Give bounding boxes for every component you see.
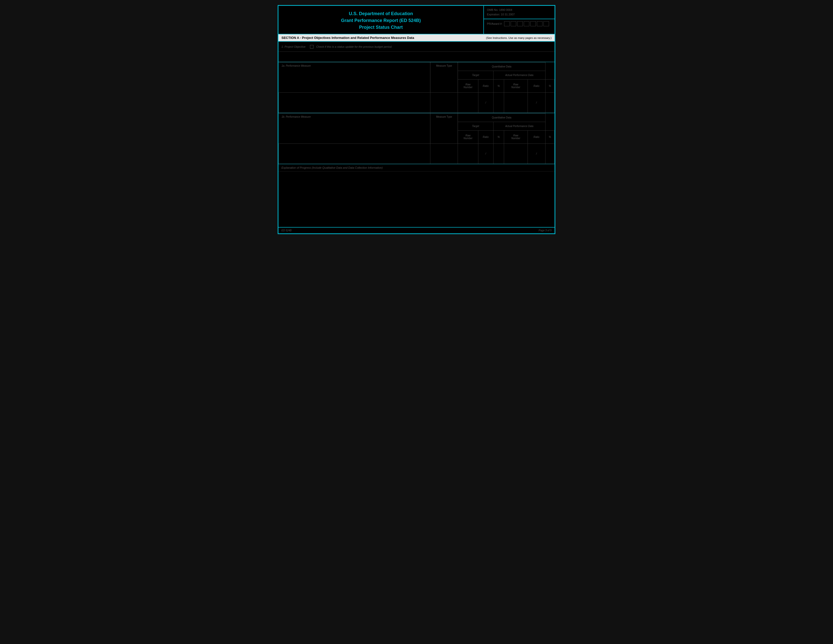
perf-1a-slash-target: /	[478, 93, 493, 113]
performance-1b-table: 1b. Performance Measure Measure Type Qua…	[278, 113, 555, 164]
pr-award-box-2[interactable]	[511, 21, 516, 26]
pr-award-box-6[interactable]	[537, 21, 542, 26]
perf-1a-raw-number-target: RawNumber	[458, 79, 478, 92]
perf-1a-ratio-target: Ratio	[478, 79, 493, 92]
pr-award-box-4[interactable]	[524, 21, 529, 26]
perf-1b-data-row: / /	[279, 144, 555, 164]
pr-award-box-5[interactable]	[530, 21, 536, 26]
pr-award-box-1[interactable]	[504, 21, 510, 26]
perf-1b-raw-number-actual-val[interactable]	[504, 144, 527, 164]
perf-1b-percent-actual-val[interactable]	[545, 144, 554, 164]
explanation-section: Explanation of Progress (Include Qualita…	[278, 164, 555, 227]
perf-1b-actual-header: Actual Performance Data	[493, 122, 545, 130]
performance-1b-section: 1b. Performance Measure Measure Type Qua…	[278, 113, 555, 164]
perf-1a-ratio-actual: Ratio	[527, 79, 545, 92]
section-a-header: SECTION A - Project Objectives Informati…	[278, 34, 555, 42]
omb-info: OMB No. 1890 0004 Expiration: 10 31 2007	[484, 6, 555, 19]
perf-1a-actual-header: Actual Performance Data	[493, 71, 545, 79]
section-a-note: (See Instructions. Use as many pages as …	[486, 36, 552, 39]
perf-1a-percent-actual-val[interactable]	[545, 93, 554, 113]
perf-1b-header-row: 1b. Performance Measure Measure Type Qua…	[279, 113, 555, 122]
perf-1b-quant-header: Quantitative Data	[458, 113, 545, 122]
page-footer: ED 524B Page 3 of 5	[278, 227, 555, 233]
perf-1a-percent-target: %	[493, 79, 504, 92]
perf-1a-label: 1a. Performance Measure	[279, 63, 430, 93]
omb-expiration: Expiration: 10 31 2007	[487, 12, 552, 17]
perf-1b-percent-target: %	[493, 130, 504, 143]
project-objective-space	[278, 52, 555, 62]
perf-1b-percent-actual: %	[545, 130, 554, 143]
perf-1a-header-row: 1a. Performance Measure Measure Type Qua…	[279, 63, 555, 71]
section-a-title: SECTION A - Project Objectives Informati…	[281, 36, 414, 40]
pr-award-box-3[interactable]	[517, 21, 523, 26]
performance-1a-table: 1a. Performance Measure Measure Type Qua…	[278, 62, 555, 113]
perf-1a-raw-number-target-val[interactable]	[458, 93, 478, 113]
page-header: U.S. Department of Education Grant Perfo…	[278, 6, 555, 34]
perf-1b-percent-target-val[interactable]	[493, 144, 504, 164]
header-right-block: OMB No. 1890 0004 Expiration: 10 31 2007…	[484, 6, 555, 34]
header-title-block: U.S. Department of Education Grant Perfo…	[278, 6, 484, 34]
perf-1a-raw-number-actual-val[interactable]	[504, 93, 527, 113]
perf-1a-percent-actual: %	[545, 79, 554, 92]
perf-1b-raw-number-target-val[interactable]	[458, 144, 478, 164]
pr-award-row: PR/Award #:	[484, 19, 555, 28]
perf-1b-target-header: Target	[458, 122, 493, 130]
project-objective-checkbox[interactable]	[310, 45, 314, 48]
perf-1b-ratio-actual: Ratio	[527, 130, 545, 143]
footer-left: ED 524B	[281, 229, 291, 232]
perf-1b-raw-number-target: RawNumber	[458, 130, 478, 143]
page-container: U.S. Department of Education Grant Perfo…	[278, 5, 555, 234]
pr-award-box-7[interactable]	[544, 21, 549, 26]
perf-1a-measure-type-label: Measure Type	[430, 63, 458, 93]
explanation-body[interactable]	[278, 171, 555, 227]
perf-1b-data-left	[279, 144, 430, 164]
perf-1b-ratio-target: Ratio	[478, 130, 493, 143]
perf-1b-measure-type-label: Measure Type	[430, 113, 458, 144]
perf-1a-quant-header: Quantitative Data	[458, 63, 545, 71]
perf-1a-data-left	[279, 93, 430, 113]
project-objective-check-text: Check if this is a status update for the…	[316, 45, 392, 48]
project-objective-row: 1. Project Objective Check if this is a …	[278, 42, 555, 52]
perf-1b-label: 1b. Performance Measure	[279, 113, 430, 144]
perf-1a-target-header: Target	[458, 71, 493, 79]
perf-1a-raw-number-actual: RawNumber	[504, 79, 527, 92]
perf-1a-measure-type-input[interactable]	[430, 93, 458, 113]
omb-number: OMB No. 1890 0004	[487, 8, 552, 12]
dept-name-line2: Grant Performance Report (ED 524B)	[341, 18, 421, 23]
perf-1b-slash-actual: /	[527, 144, 545, 164]
project-objective-label: 1. Project Objective	[281, 45, 306, 48]
footer-right: Page 3 of 5	[539, 229, 552, 232]
perf-1a-percent-target-val[interactable]	[493, 93, 504, 113]
perf-1b-raw-number-actual: RawNumber	[504, 130, 527, 143]
perf-1b-measure-type-input[interactable]	[430, 144, 458, 164]
perf-1a-slash-actual: /	[527, 93, 545, 113]
pr-award-label: PR/Award #:	[487, 22, 503, 25]
dept-name-line3: Project Status Chart	[359, 25, 403, 30]
dept-name-line1: U.S. Department of Education	[349, 11, 413, 16]
perf-1b-slash-target: /	[478, 144, 493, 164]
performance-1a-section: 1a. Performance Measure Measure Type Qua…	[278, 62, 555, 113]
pr-award-boxes	[504, 21, 552, 26]
perf-1a-data-row: / /	[279, 93, 555, 113]
explanation-label: Explanation of Progress (Include Qualita…	[278, 164, 555, 171]
